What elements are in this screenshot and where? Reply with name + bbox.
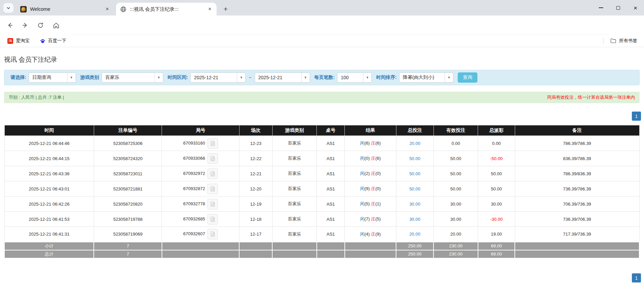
cell-total-bet: 20.00 xyxy=(396,227,433,242)
cell-table-number: AS1 xyxy=(317,212,345,227)
folder-icon xyxy=(610,38,616,44)
chevron-down-icon[interactable]: ▼ xyxy=(67,73,76,82)
video-replay-icon xyxy=(210,156,216,161)
totals-empty xyxy=(239,250,272,258)
query-type-select[interactable]: 日期查询 ▼ xyxy=(29,72,76,83)
date-start-select[interactable]: 2025-12-21 ▼ xyxy=(190,72,246,83)
tab-bet-record[interactable]: :::视讯 会员下注纪录::: × xyxy=(116,3,217,16)
cell-table-number: AS1 xyxy=(317,166,345,181)
player-result-label: 闲 xyxy=(360,156,364,161)
select-label: 请选择: xyxy=(10,74,26,81)
column-header: 时间 xyxy=(4,125,94,136)
video-replay-icon xyxy=(210,231,216,237)
cell-time: 2025-12-21 06:41:31 xyxy=(4,227,94,242)
cell-game-type: 百家乐 xyxy=(272,166,317,181)
column-header: 游戏类别 xyxy=(272,125,317,136)
player-result-count: (5) xyxy=(364,201,370,206)
totals-count: 7 xyxy=(94,242,162,250)
cell-remark: 836.39/786.39 xyxy=(515,151,639,166)
cell-session: 12-23 xyxy=(239,136,272,151)
all-bookmarks-button[interactable]: 所有书签 xyxy=(608,36,639,45)
date-end-select[interactable]: 2025-12-21 ▼ xyxy=(255,72,310,83)
player-result-count: (7) xyxy=(364,216,370,221)
column-header: 有效投注 xyxy=(433,125,478,136)
table-row: 2025-12-21 06:43:36523058723011670932972… xyxy=(4,166,639,181)
range-separator: ~ xyxy=(249,75,251,80)
cell-payout: 30.00 xyxy=(478,197,515,212)
forward-button[interactable] xyxy=(20,20,30,31)
tab-welcome[interactable]: Welcome × xyxy=(16,3,114,16)
cell-valid-bet: 0.00 xyxy=(433,136,478,151)
column-header: 注单编号 xyxy=(94,125,162,136)
bookmark-baidu[interactable]: 百度一下 xyxy=(37,36,69,45)
back-button[interactable] xyxy=(5,20,16,31)
video-replay-button[interactable] xyxy=(207,138,218,149)
chevron-down-icon[interactable]: ▼ xyxy=(155,73,163,82)
page-number-button-top[interactable]: 1 xyxy=(632,112,641,121)
table-row: 2025-12-21 06:42:26523058720820670932778… xyxy=(4,197,639,212)
cell-bet-number: 523058723011 xyxy=(94,166,162,181)
tab-close-icon[interactable]: × xyxy=(206,6,213,12)
bookmark-taobao[interactable]: 淘 爱淘宝 xyxy=(5,36,32,45)
time-range-label: 时间区间: xyxy=(168,74,188,81)
bookmark-label: 爱淘宝 xyxy=(16,38,30,44)
all-bookmarks-label: 所有书签 xyxy=(619,38,637,44)
totals-empty xyxy=(345,242,396,250)
video-replay-button[interactable] xyxy=(207,169,218,179)
per-page-select[interactable]: 100 ▼ xyxy=(337,72,372,83)
new-tab-button[interactable]: + xyxy=(221,4,231,14)
search-button[interactable]: 查询 xyxy=(458,72,477,83)
table-body: 2025-12-21 06:44:46523058725306670933160… xyxy=(4,136,639,242)
video-replay-button[interactable] xyxy=(207,184,218,194)
totals-valid-bet: 230.00 xyxy=(433,242,478,250)
totals-payout: 69.00 xyxy=(478,250,515,258)
banker-result-count: (5) xyxy=(375,216,381,221)
window-maximize-button[interactable] xyxy=(610,0,627,16)
banker-result-label: 庄 xyxy=(371,232,375,237)
cell-session: 12-22 xyxy=(239,151,272,166)
page-number-button-bottom[interactable]: 1 xyxy=(632,273,641,282)
cell-payout: -50.00 xyxy=(478,151,515,166)
player-result-label: 闲 xyxy=(360,216,364,221)
tab-search-button[interactable] xyxy=(3,3,13,13)
sort-order-value: 降幂(由大到小) xyxy=(399,74,445,81)
totals-empty xyxy=(515,242,639,250)
cell-remark: 786.39/836.39 xyxy=(515,166,639,181)
cell-round-number: 670933066 xyxy=(162,151,240,166)
chevron-down-icon[interactable]: ▼ xyxy=(363,73,371,82)
cell-payout: 19.00 xyxy=(478,227,515,242)
player-result-count: (6) xyxy=(364,141,370,146)
cell-valid-bet: 50.00 xyxy=(433,166,478,181)
video-replay-button[interactable] xyxy=(207,199,218,209)
chevron-down-icon[interactable]: ▼ xyxy=(301,73,310,82)
sort-order-select[interactable]: 降幂(由大到小) ▼ xyxy=(399,72,453,83)
window-close-button[interactable]: × xyxy=(627,0,644,16)
banker-result-count: (0) xyxy=(375,171,381,176)
cell-table-number: AS1 xyxy=(317,227,345,242)
window-controls: × xyxy=(592,0,644,16)
round-number: 670933160 xyxy=(183,140,205,145)
video-replay-button[interactable] xyxy=(207,229,218,239)
cell-result: 闲(0) 庄(6) xyxy=(345,151,396,166)
cell-session: 12-20 xyxy=(239,181,272,197)
tab-close-icon[interactable]: × xyxy=(104,6,111,12)
game-type-value: 百家乐 xyxy=(102,74,155,81)
home-button[interactable] xyxy=(51,20,61,31)
video-replay-icon xyxy=(210,216,216,222)
taobao-icon: 淘 xyxy=(7,38,13,44)
chevron-down-icon[interactable]: ▼ xyxy=(237,73,245,82)
video-replay-button[interactable] xyxy=(207,153,218,164)
chevron-down-icon[interactable]: ▼ xyxy=(445,73,453,82)
video-replay-button[interactable] xyxy=(207,214,218,224)
cell-total-bet: 20.00 xyxy=(396,136,433,151)
filter-panel: 请选择: 日期查询 ▼ 游戏类别 百家乐 ▼ 时间区间: 2025-12-21 … xyxy=(4,70,640,85)
game-type-select[interactable]: 百家乐 ▼ xyxy=(102,72,163,83)
browser-toolbar: 66cxkj98.com/game/betrecord_search/kind3… xyxy=(0,16,644,35)
player-result-count: (0) xyxy=(364,156,370,161)
cell-game-type: 百家乐 xyxy=(272,151,317,166)
cell-game-type: 百家乐 xyxy=(272,212,317,227)
cell-payout: -30.00 xyxy=(478,212,515,227)
reload-button[interactable] xyxy=(35,20,46,31)
totals-valid-bet: 230.00 xyxy=(433,250,478,258)
window-minimize-button[interactable] xyxy=(592,0,610,16)
